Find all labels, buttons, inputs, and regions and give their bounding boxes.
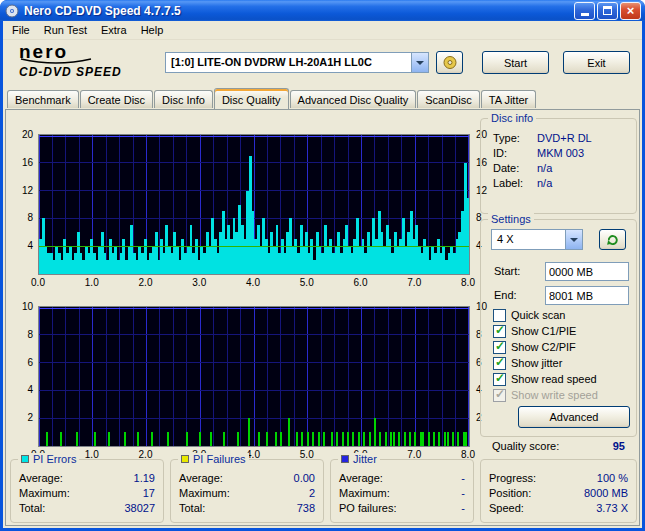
window-title: Nero CD-DVD Speed 4.7.7.5 [24,4,572,18]
row-value: - [461,487,465,499]
tab-disc-quality[interactable]: Disc Quality [214,88,289,109]
title-bar[interactable]: Nero CD-DVD Speed 4.7.7.5 × [0,0,645,21]
row-label: Progress: [489,472,536,484]
menu-file[interactable]: File [5,22,37,38]
checkbox-quick-scan[interactable]: Quick scan [493,308,565,322]
row-label: Label: [493,177,537,189]
row-label: Date: [493,162,537,174]
row-label: Average: [179,472,223,484]
checkbox-label: Show jitter [511,357,562,369]
stat-row: Total:738 [179,500,315,515]
start-button[interactable]: Start [482,51,549,74]
disc-info-row-id: ID:MKM 003 [493,145,636,160]
progress-group: Progress:100 % Position:8000 MB Speed:3.… [480,459,637,523]
row-label: Type: [493,132,537,144]
row-value: n/a [537,177,552,189]
tab-advanced-disc-quality[interactable]: Advanced Disc Quality [290,90,417,108]
row-label: Maximum: [179,487,230,499]
exit-button[interactable]: Exit [563,51,630,74]
checkbox-show-c1-pie[interactable]: Show C1/PIE [493,324,576,338]
axis-tick-label: 8 [27,212,33,223]
chevron-down-icon[interactable] [411,53,428,72]
tab-benchmark[interactable]: Benchmark [7,90,79,108]
group-title-text: PI Failures [193,453,246,465]
jitter-group: Jitter Average:- Maximum:- PO failures:- [330,459,474,523]
checkbox-box [493,341,506,354]
pi-errors-title: PI Errors [18,453,79,465]
axis-tick-label: 5.0 [300,277,314,288]
menu-run-test[interactable]: Run Test [37,22,94,38]
pif-color-swatch [181,455,189,463]
menu-extra[interactable]: Extra [94,22,134,38]
app-icon [5,4,19,18]
checkbox-show-jitter[interactable]: Show jitter [493,356,562,370]
tab-disc-info[interactable]: Disc Info [154,90,213,108]
chevron-down-icon[interactable] [565,230,582,249]
pif-chart [38,306,470,447]
jitter-color-swatch [341,455,349,463]
axis-tick-label: 16 [22,157,33,168]
eject-button[interactable] [436,51,463,74]
axis-tick-label: 4 [27,384,33,395]
row-label: Average: [339,472,383,484]
row-value: 17 [143,487,155,499]
start-input[interactable] [545,262,629,281]
axis-tick-label: 1.0 [85,277,99,288]
row-value: DVD+R DL [537,132,592,144]
checkbox-show-c2-pif[interactable]: Show C2/PIF [493,340,576,354]
menu-bar: File Run Test Extra Help [3,21,642,40]
axis-tick-label: 8 [27,329,33,340]
row-label: Position: [489,487,531,499]
settings-title: Settings [488,213,534,225]
axis-tick-label: 0.0 [31,277,45,288]
stat-row: Total:38027 [19,500,155,515]
speed-select-value: 4 X [492,230,565,249]
disc-info-row-date: Date:n/a [493,160,636,175]
row-value: n/a [537,162,552,174]
checkbox-show-write-speed: Show write speed [493,388,598,402]
speed-select[interactable]: 4 X [491,229,583,250]
end-input[interactable] [545,286,629,305]
checkbox-label: Show write speed [511,389,598,401]
logo-text-speed: CD-DVD SPEED [19,65,122,79]
position-row: Position:8000 MB [489,485,628,500]
axis-tick-label: 12 [22,185,33,196]
disc-icon [442,55,458,70]
settings-group: Settings 4 X Start: End: Quick scan Show… [480,219,637,437]
refresh-button[interactable] [599,229,626,250]
minimize-button[interactable] [574,2,595,20]
pie-chart-y-axis-left: 48121620 [9,134,35,273]
disc-info-row-label: Label:n/a [493,175,636,190]
tab-ta-jitter[interactable]: TA Jitter [481,90,537,108]
menu-help[interactable]: Help [134,22,171,38]
checkbox-box [493,325,506,338]
axis-tick-label: 6.0 [354,277,368,288]
row-label: Total: [19,502,45,514]
pie-color-swatch [21,455,29,463]
toolbar: nero CD-DVD SPEED [1:0] LITE-ON DVDRW LH… [3,40,642,87]
checkbox-label: Quick scan [511,309,565,321]
drive-select[interactable]: [1:0] LITE-ON DVDRW LH-20A1H LL0C [165,52,429,73]
progress-row: Progress:100 % [489,470,628,485]
axis-tick-label: 2.0 [139,277,153,288]
axis-tick-label: 4 [27,240,33,251]
tab-scandisc[interactable]: ScanDisc [417,90,479,108]
row-label: Speed: [489,502,524,514]
advanced-button[interactable]: Advanced [518,406,630,428]
tab-create-disc[interactable]: Create Disc [80,90,153,108]
maximize-button[interactable] [597,2,618,20]
stat-row: Maximum:17 [19,485,155,500]
disc-quality-panel: 48121620 48121620 0.01.02.03.04.05.06.07… [5,109,640,526]
axis-tick-label: 20 [22,129,33,140]
pie-chart-x-axis: 0.01.02.03.04.05.06.07.08.0 [38,277,470,289]
row-value: 0.00 [294,472,315,484]
pi-failures-title: PI Failures [178,453,249,465]
drive-select-value: [1:0] LITE-ON DVDRW LH-20A1H LL0C [166,53,411,72]
tab-strip: Benchmark Create Disc Disc Info Disc Qua… [3,87,642,108]
close-button[interactable]: × [620,2,641,20]
quality-score-label: Quality score: [492,440,559,452]
pif-chart-y-axis-left: 246810 [9,306,35,445]
row-value: 8000 MB [584,487,628,499]
checkbox-show-read-speed[interactable]: Show read speed [493,372,597,386]
window-content: File Run Test Extra Help nero CD-DVD SPE… [3,21,642,528]
